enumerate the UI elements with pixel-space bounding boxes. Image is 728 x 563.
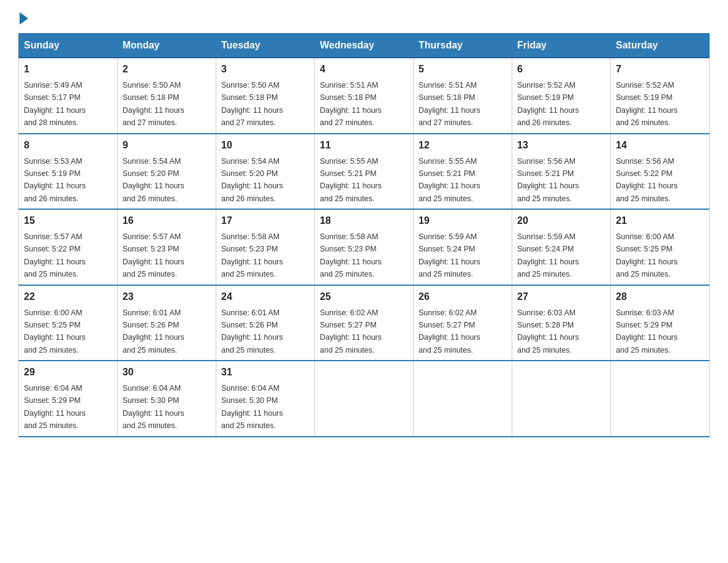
day-number: 7 bbox=[616, 62, 704, 77]
day-info: Sunrise: 5:50 AM Sunset: 5:18 PM Dayligh… bbox=[123, 81, 184, 127]
day-number: 15 bbox=[24, 213, 112, 228]
day-info: Sunrise: 5:52 AM Sunset: 5:19 PM Dayligh… bbox=[616, 81, 678, 127]
calendar-cell: 9 Sunrise: 5:54 AM Sunset: 5:20 PM Dayli… bbox=[118, 134, 216, 210]
calendar-cell: 11 Sunrise: 5:55 AM Sunset: 5:21 PM Dayl… bbox=[315, 134, 414, 210]
calendar-cell: 3 Sunrise: 5:50 AM Sunset: 5:18 PM Dayli… bbox=[216, 58, 315, 134]
calendar-header-wednesday: Wednesday bbox=[315, 34, 414, 58]
calendar-cell bbox=[512, 361, 611, 437]
logo bbox=[18, 12, 28, 27]
day-number: 29 bbox=[24, 365, 112, 380]
calendar-cell: 25 Sunrise: 6:02 AM Sunset: 5:27 PM Dayl… bbox=[315, 285, 414, 361]
calendar-cell: 23 Sunrise: 6:01 AM Sunset: 5:26 PM Dayl… bbox=[118, 285, 216, 361]
day-number: 14 bbox=[616, 138, 704, 153]
day-number: 24 bbox=[221, 289, 309, 304]
day-info: Sunrise: 6:00 AM Sunset: 5:25 PM Dayligh… bbox=[24, 308, 86, 354]
calendar-cell: 21 Sunrise: 6:00 AM Sunset: 5:25 PM Dayl… bbox=[611, 209, 710, 285]
calendar-cell: 30 Sunrise: 6:04 AM Sunset: 5:30 PM Dayl… bbox=[118, 361, 216, 437]
calendar-cell bbox=[315, 361, 414, 437]
calendar-cell: 12 Sunrise: 5:55 AM Sunset: 5:21 PM Dayl… bbox=[414, 134, 512, 210]
calendar-cell: 7 Sunrise: 5:52 AM Sunset: 5:19 PM Dayli… bbox=[611, 58, 710, 134]
day-info: Sunrise: 6:02 AM Sunset: 5:27 PM Dayligh… bbox=[419, 308, 480, 354]
day-number: 19 bbox=[419, 213, 507, 228]
calendar-cell: 22 Sunrise: 6:00 AM Sunset: 5:25 PM Dayl… bbox=[19, 285, 118, 361]
day-info: Sunrise: 5:52 AM Sunset: 5:19 PM Dayligh… bbox=[517, 81, 579, 127]
day-info: Sunrise: 6:03 AM Sunset: 5:29 PM Dayligh… bbox=[616, 308, 678, 354]
day-info: Sunrise: 5:58 AM Sunset: 5:23 PM Dayligh… bbox=[320, 232, 382, 278]
calendar-cell: 27 Sunrise: 6:03 AM Sunset: 5:28 PM Dayl… bbox=[512, 285, 611, 361]
calendar-cell: 8 Sunrise: 5:53 AM Sunset: 5:19 PM Dayli… bbox=[19, 134, 118, 210]
day-number: 11 bbox=[320, 138, 408, 153]
calendar-header-thursday: Thursday bbox=[414, 34, 512, 58]
calendar-cell: 5 Sunrise: 5:51 AM Sunset: 5:18 PM Dayli… bbox=[414, 58, 512, 134]
calendar-header-tuesday: Tuesday bbox=[216, 34, 315, 58]
day-number: 25 bbox=[320, 289, 408, 304]
day-number: 3 bbox=[221, 62, 309, 77]
day-info: Sunrise: 5:50 AM Sunset: 5:18 PM Dayligh… bbox=[221, 81, 283, 127]
calendar-header-friday: Friday bbox=[512, 34, 611, 58]
calendar-table: SundayMondayTuesdayWednesdayThursdayFrid… bbox=[18, 33, 710, 437]
calendar-cell: 2 Sunrise: 5:50 AM Sunset: 5:18 PM Dayli… bbox=[118, 58, 216, 134]
day-number: 12 bbox=[419, 138, 507, 153]
calendar-cell: 18 Sunrise: 5:58 AM Sunset: 5:23 PM Dayl… bbox=[315, 209, 414, 285]
day-number: 4 bbox=[320, 62, 408, 77]
day-info: Sunrise: 5:57 AM Sunset: 5:22 PM Dayligh… bbox=[24, 232, 86, 278]
day-number: 28 bbox=[616, 289, 704, 304]
calendar-header-row: SundayMondayTuesdayWednesdayThursdayFrid… bbox=[19, 34, 710, 58]
calendar-cell: 24 Sunrise: 6:01 AM Sunset: 5:26 PM Dayl… bbox=[216, 285, 315, 361]
calendar-week-row: 29 Sunrise: 6:04 AM Sunset: 5:29 PM Dayl… bbox=[19, 361, 710, 437]
day-number: 16 bbox=[123, 213, 211, 228]
day-number: 8 bbox=[24, 138, 112, 153]
calendar-cell: 6 Sunrise: 5:52 AM Sunset: 5:19 PM Dayli… bbox=[512, 58, 611, 134]
calendar-cell: 31 Sunrise: 6:04 AM Sunset: 5:30 PM Dayl… bbox=[216, 361, 315, 437]
calendar-cell: 26 Sunrise: 6:02 AM Sunset: 5:27 PM Dayl… bbox=[414, 285, 512, 361]
calendar-cell: 10 Sunrise: 5:54 AM Sunset: 5:20 PM Dayl… bbox=[216, 134, 315, 210]
calendar-cell: 28 Sunrise: 6:03 AM Sunset: 5:29 PM Dayl… bbox=[611, 285, 710, 361]
day-number: 30 bbox=[123, 365, 211, 380]
day-number: 23 bbox=[123, 289, 211, 304]
calendar-week-row: 15 Sunrise: 5:57 AM Sunset: 5:22 PM Dayl… bbox=[19, 209, 710, 285]
day-info: Sunrise: 5:59 AM Sunset: 5:24 PM Dayligh… bbox=[517, 232, 579, 278]
day-info: Sunrise: 5:54 AM Sunset: 5:20 PM Dayligh… bbox=[221, 157, 283, 203]
day-info: Sunrise: 5:51 AM Sunset: 5:18 PM Dayligh… bbox=[320, 81, 382, 127]
calendar-cell: 4 Sunrise: 5:51 AM Sunset: 5:18 PM Dayli… bbox=[315, 58, 414, 134]
day-number: 31 bbox=[221, 365, 309, 380]
calendar-cell bbox=[611, 361, 710, 437]
calendar-cell: 29 Sunrise: 6:04 AM Sunset: 5:29 PM Dayl… bbox=[19, 361, 118, 437]
day-info: Sunrise: 6:03 AM Sunset: 5:28 PM Dayligh… bbox=[517, 308, 579, 354]
day-info: Sunrise: 6:04 AM Sunset: 5:30 PM Dayligh… bbox=[221, 384, 283, 430]
calendar-cell: 13 Sunrise: 5:56 AM Sunset: 5:21 PM Dayl… bbox=[512, 134, 611, 210]
day-number: 27 bbox=[517, 289, 605, 304]
day-number: 6 bbox=[517, 62, 605, 77]
calendar-header-sunday: Sunday bbox=[19, 34, 118, 58]
day-number: 2 bbox=[123, 62, 211, 77]
day-info: Sunrise: 5:51 AM Sunset: 5:18 PM Dayligh… bbox=[419, 81, 480, 127]
calendar-cell: 19 Sunrise: 5:59 AM Sunset: 5:24 PM Dayl… bbox=[414, 209, 512, 285]
day-info: Sunrise: 5:56 AM Sunset: 5:22 PM Dayligh… bbox=[616, 157, 678, 203]
day-number: 18 bbox=[320, 213, 408, 228]
day-number: 17 bbox=[221, 213, 309, 228]
day-number: 9 bbox=[123, 138, 211, 153]
day-info: Sunrise: 5:55 AM Sunset: 5:21 PM Dayligh… bbox=[419, 157, 480, 203]
calendar-week-row: 22 Sunrise: 6:00 AM Sunset: 5:25 PM Dayl… bbox=[19, 285, 710, 361]
day-number: 20 bbox=[517, 213, 605, 228]
day-info: Sunrise: 6:04 AM Sunset: 5:30 PM Dayligh… bbox=[123, 384, 184, 430]
day-info: Sunrise: 5:53 AM Sunset: 5:19 PM Dayligh… bbox=[24, 157, 86, 203]
day-number: 26 bbox=[419, 289, 507, 304]
day-info: Sunrise: 5:59 AM Sunset: 5:24 PM Dayligh… bbox=[419, 232, 480, 278]
calendar-cell: 16 Sunrise: 5:57 AM Sunset: 5:23 PM Dayl… bbox=[118, 209, 216, 285]
calendar-week-row: 1 Sunrise: 5:49 AM Sunset: 5:17 PM Dayli… bbox=[19, 58, 710, 134]
day-number: 10 bbox=[221, 138, 309, 153]
calendar-header-saturday: Saturday bbox=[611, 34, 710, 58]
day-info: Sunrise: 5:55 AM Sunset: 5:21 PM Dayligh… bbox=[320, 157, 382, 203]
calendar-cell: 14 Sunrise: 5:56 AM Sunset: 5:22 PM Dayl… bbox=[611, 134, 710, 210]
day-info: Sunrise: 5:49 AM Sunset: 5:17 PM Dayligh… bbox=[24, 81, 86, 127]
calendar-cell: 15 Sunrise: 5:57 AM Sunset: 5:22 PM Dayl… bbox=[19, 209, 118, 285]
day-number: 21 bbox=[616, 213, 704, 228]
calendar-cell bbox=[414, 361, 512, 437]
calendar-header-monday: Monday bbox=[118, 34, 216, 58]
day-info: Sunrise: 6:00 AM Sunset: 5:25 PM Dayligh… bbox=[616, 232, 678, 278]
calendar-cell: 20 Sunrise: 5:59 AM Sunset: 5:24 PM Dayl… bbox=[512, 209, 611, 285]
day-number: 1 bbox=[24, 62, 112, 77]
calendar-cell: 1 Sunrise: 5:49 AM Sunset: 5:17 PM Dayli… bbox=[19, 58, 118, 134]
day-info: Sunrise: 5:58 AM Sunset: 5:23 PM Dayligh… bbox=[221, 232, 283, 278]
